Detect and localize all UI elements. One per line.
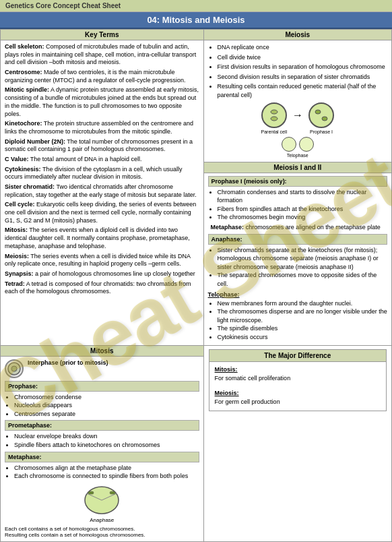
- term-mitosis: Mitosis: The series events when a diploi…: [5, 227, 199, 250]
- telophase-label: Telophase: [287, 153, 308, 158]
- meiosis-diagram: Parental cell → Prophase I: [208, 102, 387, 158]
- meiosis-header: Meiosis: [204, 30, 391, 40]
- mitosis-section-header: Mitosis: [1, 346, 203, 357]
- term-text: The series events when a cell is divided…: [5, 253, 190, 268]
- term-label: Kinetochore:: [5, 120, 42, 127]
- term-synapsis: Synapsis: a pair of homologous chromosom…: [5, 270, 199, 278]
- prop-item-3: Centrosomes separate: [14, 410, 199, 419]
- mitosis-diff-text: For somatic cell proliferation: [215, 374, 381, 384]
- promet-item-1: Nuclear envelope breaks down: [14, 432, 199, 441]
- meiosis-list: DNA replicate once Cell divide twice Fir…: [208, 43, 387, 100]
- prophase-cell-circle: [308, 102, 334, 128]
- term-label: Centrosome:: [5, 69, 42, 76]
- prophase-mitosis-list: Chromosomes condense Nucleolus disappear…: [5, 393, 199, 419]
- prophase-item-1: Chromatin condenses and starts to dissol…: [218, 188, 387, 205]
- anaphase-item-2: The separated chromosomes move to opposi…: [218, 271, 387, 288]
- bottom-right: The Major Difference Mitosis: For somati…: [204, 346, 391, 541]
- bottom-left: Mitosis Interphase (prior to mitosis) Pr…: [1, 346, 204, 541]
- interphase-text: Interphase (prior to mitosis): [28, 359, 108, 366]
- anaphase-list: Sister chromatids separate at the kineto…: [208, 246, 387, 289]
- anaphase-header: Anaphase:: [208, 234, 387, 245]
- major-diff-box: The Major Difference Mitosis: For somati…: [209, 349, 387, 411]
- meiosis-diff: Meiosis:: [215, 389, 381, 398]
- svg-point-0: [271, 110, 277, 114]
- top-header-label: Genetics Core Concept Cheat Sheet: [5, 2, 121, 9]
- parental-cell-group: Parental cell: [261, 102, 288, 134]
- anaphase-item-1: Sister chromatids separate at the kineto…: [218, 246, 387, 272]
- content-area: Key Terms Cell skeleton: Composed of mic…: [0, 29, 392, 346]
- meta-item-1: Chromosomes align at the metaphase plate: [14, 464, 199, 473]
- mitosis-diff: Mitosis:: [215, 365, 381, 375]
- meiosis-item-4: Second division results in separation of…: [218, 73, 387, 82]
- telophase-cell-1: [282, 137, 296, 152]
- telophase-cell-2: [299, 137, 314, 152]
- main-title: 04: Mitosis and Meiosis: [147, 15, 244, 25]
- term-label: Meiosis:: [5, 253, 29, 260]
- telophase-item-1: New membranes form around the daughter n…: [218, 299, 387, 308]
- telophase-row: Telophase: [208, 137, 387, 158]
- prometaphase-header: Prometaphase:: [5, 420, 199, 431]
- term-kinetochore: Kinetochore: The protein structure assem…: [5, 120, 199, 136]
- interphase-circle: [5, 359, 24, 378]
- parental-cell-circle: [261, 102, 287, 128]
- telophase-cell-group: Telophase: [282, 137, 314, 158]
- telophase-cells: [282, 137, 314, 152]
- bottom-sections: Mitosis Interphase (prior to mitosis) Pr…: [0, 346, 392, 542]
- meiosis-phases-header: Meiosis I and II: [204, 162, 391, 173]
- bottom-text-1: Each cell contains a set of homologous c…: [5, 526, 199, 532]
- major-diff-content: Mitosis: For somatic cell proliferation …: [209, 362, 386, 411]
- meiosis-item-3: First division results in separation of …: [218, 63, 387, 71]
- telophase-phase-header: Telophase:: [208, 291, 387, 298]
- term-text: The total amount of DNA in a haploid cel…: [30, 156, 142, 162]
- right-column: Meiosis DNA replicate once Cell divide t…: [204, 30, 391, 345]
- term-meiosis: Meiosis: The series events when a cell i…: [5, 253, 199, 268]
- key-terms-header: Key Terms: [1, 30, 203, 40]
- term-label: Cytokinesis:: [5, 166, 41, 173]
- term-centrosome: Centrosome: Made of two centrioles, it i…: [5, 69, 199, 84]
- term-text: The series events when a diploid cell is…: [5, 227, 190, 249]
- meiosis-label: Meiosis:: [215, 390, 239, 396]
- prophase-item-3: The chromosomes begin moving: [218, 213, 387, 222]
- meiosis-item-1: DNA replicate once: [218, 43, 387, 52]
- meta-item-2: Each chromosome is connected to spindle …: [14, 472, 199, 481]
- bottom-text-2: Resulting cells contain a set of homolog…: [5, 532, 199, 538]
- prophase-mitosis-header: Prophase:: [5, 381, 199, 392]
- term-label: Synapsis:: [5, 270, 34, 277]
- meiosis-item-2: Cell divide twice: [218, 53, 387, 62]
- arrow-group: →: [292, 102, 303, 121]
- interphase-row: Interphase (prior to mitosis): [5, 359, 199, 378]
- term-label: Mitotic spindle:: [5, 86, 49, 93]
- term-mitotic-spindle: Mitotic spindle: A dynamic protein struc…: [5, 86, 199, 118]
- prophase-item-2: Fibers from spindles attach at the kinet…: [218, 205, 387, 214]
- mitosis-label: Mitosis:: [215, 366, 238, 373]
- anaphase-figure-label: Anaphase: [90, 517, 114, 523]
- term-label: Tetrad:: [5, 280, 25, 287]
- meiosis-diff-text: For germ cell production: [215, 398, 381, 407]
- prophase-label: Prophase I: [310, 129, 333, 134]
- term-cell-skeleton: Cell skeleton: Composed of microtubules …: [5, 43, 199, 67]
- prophase-cell-group: Prophase I: [308, 102, 334, 134]
- telophase-item-4: Cytokinesis occurs: [218, 333, 387, 342]
- svg-point-3: [322, 117, 327, 121]
- arrow-right-icon: →: [292, 109, 303, 121]
- main-title-bar: 04: Mitosis and Meiosis: [0, 12, 392, 29]
- term-label: Mitosis:: [5, 227, 28, 233]
- term-text: A tetrad is composed of four chromatids:…: [5, 280, 191, 295]
- term-label: Diploid Number (2N):: [5, 138, 65, 145]
- telophase-item-3: The spindle disembles: [218, 324, 387, 333]
- svg-rect-9: [88, 491, 94, 494]
- term-cell-cycle: Cell cycle: Eukaryotic cells keep dividi…: [5, 201, 199, 224]
- parental-label: Parental cell: [261, 129, 288, 134]
- term-sister-chromatid: Sister chromatid: Two identical chromati…: [5, 183, 199, 199]
- term-cytokinesis: Cytokinesis: The division of the cytopla…: [5, 166, 199, 181]
- term-label: Cell skeleton:: [5, 43, 44, 50]
- metaphase-desc: chromosomes are aligned on the metaphase…: [246, 224, 381, 231]
- term-label: Sister chromatid:: [5, 183, 55, 190]
- metaphase-mitosis-list: Chromosomes align at the metaphase plate…: [5, 464, 199, 481]
- page-wrapper: Cheat Sheet Genetics Core Concept Cheat …: [0, 0, 392, 542]
- svg-point-5: [11, 366, 17, 371]
- term-tetrad: Tetrad: A tetrad is composed of four chr…: [5, 280, 199, 296]
- prophase-list: Chromatin condenses and starts to dissol…: [208, 188, 387, 222]
- diagram-cells: Parental cell → Prophase I: [208, 102, 387, 134]
- prop-item-2: Nucleolus disappears: [14, 401, 199, 410]
